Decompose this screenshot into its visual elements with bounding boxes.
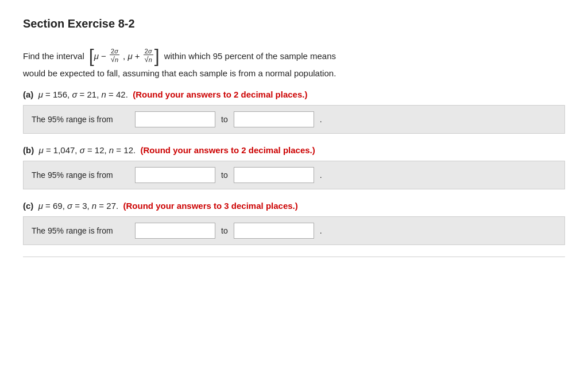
part-c-answer-row: The 95% range is from to .	[23, 216, 565, 245]
part-b-to: to	[221, 170, 228, 180]
part-a-to: to	[221, 115, 228, 124]
part-c-instruction: (Round your answers to 3 decimal places.…	[123, 201, 298, 211]
bracket-left: [	[89, 46, 94, 65]
part-a: (a) μ = 156, σ = 21, n = 42. (Round your…	[23, 90, 565, 134]
part-b-answer-row: The 95% range is from to .	[23, 161, 565, 189]
part-c-label: (c) μ = 69, σ = 3, n = 27. (Round your a…	[23, 201, 565, 211]
frac-den-right: √n	[144, 55, 153, 64]
part-c-input-from[interactable]	[135, 223, 215, 239]
part-b-input-to[interactable]	[234, 167, 314, 183]
part-b-dot: .	[320, 170, 322, 180]
part-b-instruction: (Round your answers to 2 decimal places.…	[141, 145, 315, 155]
part-c-to: to	[221, 226, 228, 235]
part-a-range-label: The 95% range is from	[32, 115, 129, 124]
formula-inner: μ − 2σ √n , μ + 2σ √n	[94, 48, 154, 64]
part-b-params: μ = 1,047, σ = 12, n = 12.	[39, 145, 136, 155]
part-a-dot: .	[320, 115, 322, 124]
find-text: Find the interval	[23, 51, 84, 61]
part-b: (b) μ = 1,047, σ = 12, n = 12. (Round yo…	[23, 145, 565, 189]
part-c-dot: .	[320, 226, 322, 235]
part-c-input-to[interactable]	[234, 223, 314, 239]
part-b-input-from[interactable]	[135, 167, 215, 183]
mu-minus: μ −	[94, 51, 106, 61]
part-a-id: (a)	[23, 90, 33, 99]
within-text: within which 95 percent of the sample me…	[164, 51, 336, 61]
intro-row: Find the interval [ μ − 2σ √n , μ + 2σ √…	[23, 46, 565, 65]
part-a-params: μ = 156, σ = 21, n = 42.	[38, 90, 128, 99]
part-c-params: μ = 69, σ = 3, n = 27.	[38, 201, 118, 211]
part-a-label: (a) μ = 156, σ = 21, n = 42. (Round your…	[23, 90, 565, 99]
page-title: Section Exercise 8-2	[23, 17, 565, 30]
part-b-label: (b) μ = 1,047, σ = 12, n = 12. (Round yo…	[23, 145, 565, 155]
fraction-right: 2σ √n	[144, 48, 153, 64]
formula-bracket: [ μ − 2σ √n , μ + 2σ √n ]	[89, 46, 160, 65]
part-a-input-from[interactable]	[135, 111, 215, 127]
frac-den-left: √n	[110, 55, 119, 64]
intro-line2: would be expected to fall, assuming that…	[23, 68, 565, 78]
part-b-id: (b)	[23, 145, 34, 155]
part-b-range-label: The 95% range is from	[32, 170, 129, 180]
fraction-left: 2σ √n	[110, 48, 119, 64]
part-c-id: (c)	[23, 201, 33, 211]
part-a-instruction: (Round your answers to 2 decimal places.…	[133, 90, 307, 99]
part-a-input-to[interactable]	[234, 111, 314, 127]
part-c: (c) μ = 69, σ = 3, n = 27. (Round your a…	[23, 201, 565, 245]
bracket-right: ]	[154, 46, 160, 65]
bottom-divider	[23, 257, 565, 263]
comma-separator: , μ +	[123, 51, 140, 61]
frac-num-right: 2σ	[144, 48, 153, 55]
part-a-answer-row: The 95% range is from to .	[23, 105, 565, 134]
frac-num-left: 2σ	[110, 48, 119, 55]
part-c-range-label: The 95% range is from	[32, 226, 129, 235]
